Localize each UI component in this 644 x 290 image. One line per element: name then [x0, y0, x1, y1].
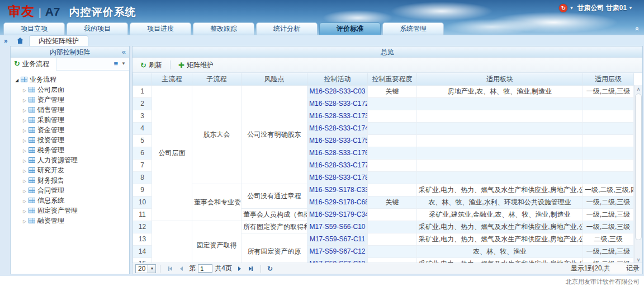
control-activity-link[interactable]: M16-S28-S33-C174 — [307, 122, 368, 134]
folder-icon — [29, 218, 35, 223]
tree-item-label: 财务报告 — [37, 176, 64, 184]
scroll-up-icon[interactable]: ∧ — [634, 85, 642, 93]
level-cell: 一级,二级,三级 — [583, 221, 634, 233]
main-process-cell: 公司层面 — [152, 85, 192, 221]
next-page-button[interactable] — [238, 266, 241, 271]
tree-item-11[interactable]: ▷信息系统 — [15, 195, 127, 205]
tree-item-8[interactable]: ▷研究开发 — [15, 165, 127, 175]
nav-tab-0[interactable]: 项目立项 — [3, 22, 65, 35]
tree-item-13[interactable]: ▷融资管理 — [15, 216, 127, 226]
row-number-cell: 6 — [133, 147, 152, 159]
tree-item-2[interactable]: ▷销售管理 — [15, 105, 127, 115]
tab-business-process[interactable]: ↻业务流程 — [11, 58, 56, 71]
chevron-down-icon[interactable]: ▼ — [628, 6, 633, 11]
level-cell — [583, 122, 634, 134]
expanded-arrow-icon[interactable]: ◢ — [15, 76, 21, 86]
last-page-button[interactable] — [249, 266, 253, 271]
nav-tab-3[interactable]: 整改跟踪 — [193, 22, 254, 35]
control-activity-link[interactable]: M17-S59-S67-C12 — [307, 245, 368, 258]
nav-tab-6[interactable]: 系统管理 — [382, 22, 444, 35]
row-number-cell: 14 — [133, 245, 152, 258]
breadcrumb-tab[interactable]: 内控矩阵维护 — [29, 35, 88, 46]
vertical-scrollbar[interactable]: ∧ ∨ — [634, 85, 642, 264]
first-page-button[interactable] — [168, 266, 172, 271]
control-activity-link[interactable]: M16-S28-S33-C172 — [307, 97, 368, 110]
tree-item-6[interactable]: ▷税务管理 — [15, 145, 127, 155]
collapse-sidebar-icon[interactable]: « — [122, 46, 126, 58]
control-activity-link[interactable]: M16-S28-S33-C175 — [307, 134, 368, 147]
control-activity-link[interactable]: M16-S28-S33-C03 — [307, 85, 368, 97]
prev-page-button[interactable] — [180, 266, 183, 271]
matrix-maintain-button[interactable]: ✚矩阵维护 — [174, 59, 218, 71]
tree-item-7[interactable]: ▷人力资源管理 — [15, 155, 127, 165]
pagination-bar: 20 ▼ 第 共4页 ↻ 显示1到20,共 记录 — [132, 263, 642, 274]
control-activity-link[interactable]: M16-S29-S178-C68 — [307, 196, 368, 208]
control-activity-link[interactable]: M16-S29-S178-C33 — [307, 184, 368, 196]
vendor-name: 北京用友审计软件有限公司 — [566, 278, 640, 286]
row-number-cell: 1 — [133, 85, 152, 97]
column-header-0 — [133, 73, 152, 85]
column-header-5: 控制重要程度 — [368, 73, 417, 85]
refresh-button[interactable]: ↻刷新 — [136, 59, 167, 71]
page-label: 第 — [189, 264, 196, 273]
sector-cell — [417, 159, 583, 171]
control-activity-link[interactable]: M16-S28-S33-C173 — [307, 110, 368, 122]
level-cell: 一级,二级,三级 — [583, 196, 634, 208]
importance-cell — [368, 245, 417, 258]
level-cell — [583, 134, 634, 147]
record-count-masked — [611, 265, 626, 272]
level-cell: 一级,二级,三级 — [583, 208, 634, 221]
logout-icon[interactable]: ↻ — [559, 4, 567, 12]
tree-item-4[interactable]: ▷资金管理 — [15, 125, 127, 135]
nav-tab-5[interactable]: 评价标准 — [319, 22, 381, 35]
page-number-input[interactable] — [198, 264, 212, 273]
tree-item-5[interactable]: ▷投资管理 — [15, 135, 127, 145]
level-cell — [583, 171, 634, 184]
chevron-down-icon[interactable]: ▼ — [121, 61, 126, 66]
row-number-cell: 13 — [133, 233, 152, 245]
tree-root-label: 业务流程 — [30, 76, 56, 83]
control-activity-link[interactable]: M17-S59-S67-C11 — [307, 233, 368, 245]
tree-item-0[interactable]: ▷公司层面 — [15, 85, 127, 95]
sector-cell: 房地产业,农、林、牧、渔业,制造业 — [417, 85, 583, 97]
chevron-down-icon[interactable]: ▼ — [569, 6, 574, 11]
control-activity-link[interactable]: M16-S28-S33-C178 — [307, 171, 368, 184]
nav-tab-2[interactable]: 项目进度 — [130, 22, 191, 35]
process-icon: ↻ — [14, 59, 20, 68]
user-name[interactable]: 甘肃01 — [606, 3, 627, 13]
nav-tab-4[interactable]: 统计分析 — [256, 22, 318, 35]
control-activity-link[interactable]: M16-S29-S179-C34 — [307, 208, 368, 221]
main-panel-title: 总览 — [132, 46, 642, 58]
pager-refresh-icon[interactable]: ↻ — [267, 265, 273, 273]
scrollbar-thumb[interactable] — [635, 93, 642, 240]
control-activity-link[interactable]: M17-S59-S66-C10 — [307, 221, 368, 233]
column-header-4: 控制活动 — [307, 73, 368, 85]
toolbar: ↻刷新 ✚矩阵维护 — [132, 58, 642, 73]
tree-item-12[interactable]: ▷固定资产管理 — [15, 205, 127, 216]
list-view-icon[interactable]: ≡ — [113, 59, 118, 68]
home-icon[interactable] — [17, 38, 23, 44]
control-activity-link[interactable]: M16-S28-S33-C176 — [307, 147, 368, 159]
folder-icon — [29, 167, 35, 173]
app-window: 审友 | A7 内控评价系统 ↻ ▼ 甘肃公司 甘肃01 ▼ » 项目立项我的项… — [0, 0, 644, 290]
tree-item-10[interactable]: ▷合同管理 — [15, 185, 127, 195]
collapse-header-icon[interactable]: » — [632, 27, 641, 31]
content-area: 内部控制矩阵 « ↻业务流程 ≡ ▼ ◢业务流程▷公司层面▷资产管理▷销售管理▷… — [0, 46, 644, 276]
risk-point-cell: 董事会人员构成（包括独立董 — [242, 208, 307, 221]
tree-item-9[interactable]: ▷财务报告 — [15, 175, 127, 185]
tree-item-label: 销售管理 — [37, 106, 64, 114]
tree-root[interactable]: ◢业务流程 — [15, 74, 127, 85]
tree-item-3[interactable]: ▷采购管理 — [15, 115, 127, 125]
expand-menu-icon[interactable]: » — [4, 37, 8, 45]
tree-item-1[interactable]: ▷资产管理 — [15, 95, 127, 105]
control-activity-link[interactable]: M16-S28-S33-C177 — [307, 159, 368, 171]
nav-tab-1[interactable]: 我的项目 — [67, 22, 128, 35]
page-size-select[interactable]: 20 ▼ — [135, 264, 156, 273]
breadcrumb-bar: » 内控矩阵维护 — [0, 35, 644, 46]
folder-icon — [29, 97, 35, 102]
user-company[interactable]: 甘肃公司 — [577, 3, 604, 13]
user-area: ↻ ▼ 甘肃公司 甘肃01 ▼ — [559, 3, 636, 13]
sector-cell — [417, 97, 583, 110]
folder-icon — [29, 127, 35, 133]
collapsed-arrow-icon[interactable]: ▷ — [23, 217, 29, 227]
